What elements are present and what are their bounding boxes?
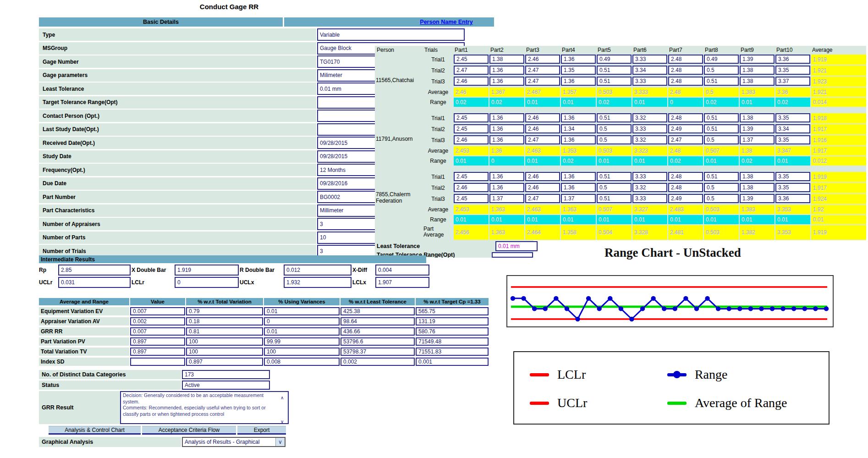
footer-least-tolerance-input[interactable]: 0.01 mm <box>495 241 538 251</box>
trial-measurement-input[interactable]: 1.39 <box>740 124 775 133</box>
trial-measurement-input[interactable]: 3.33 <box>632 55 667 64</box>
scroll-up-icon[interactable]: ∧ <box>280 393 284 401</box>
trial-measurement-input[interactable]: 1.38 <box>740 183 775 192</box>
trial-measurement-input[interactable]: 2.46 <box>525 113 560 122</box>
trial-measurement-input[interactable]: 3.36 <box>775 55 810 64</box>
trial-measurement-input[interactable]: 1.36 <box>489 124 524 133</box>
variance-value-input[interactable]: 0.01 <box>264 327 340 336</box>
variance-value-input[interactable]: 100 <box>186 337 263 346</box>
variance-value-input[interactable]: 0.008 <box>264 358 340 366</box>
trial-measurement-input[interactable]: 2.49 <box>668 124 703 133</box>
scroll-down-icon[interactable]: ∨ <box>280 417 284 425</box>
action-button[interactable]: Acceptance Criteria Flow <box>142 426 236 435</box>
trial-measurement-input[interactable]: 0.51 <box>704 113 739 122</box>
trial-measurement-input[interactable]: 1.36 <box>561 172 596 181</box>
trial-measurement-input[interactable]: 0.51 <box>704 172 739 181</box>
trial-measurement-input[interactable]: 1.39 <box>740 194 775 203</box>
trial-measurement-input[interactable]: 2.46 <box>525 55 560 64</box>
variance-value-input[interactable]: 100 <box>264 348 340 356</box>
variance-value-input[interactable] <box>130 358 185 366</box>
variance-value-input[interactable]: 436.66 <box>341 327 415 336</box>
trial-measurement-input[interactable]: 1.37 <box>561 194 596 203</box>
action-button[interactable]: Analysis & Control Chart <box>49 426 141 435</box>
trial-measurement-input[interactable]: 2.47 <box>525 66 560 75</box>
trial-measurement-input[interactable]: 0.5 <box>597 135 632 144</box>
person-name-entry-link[interactable]: Person Name Entry <box>420 19 472 25</box>
trial-measurement-input[interactable]: 2.45 <box>454 55 489 64</box>
trial-measurement-input[interactable]: 0.5 <box>704 183 739 192</box>
intermediate-input[interactable]: 0.012 <box>284 265 352 276</box>
variance-value-input[interactable]: 0.01 <box>264 307 340 315</box>
trial-measurement-input[interactable]: 1.36 <box>489 66 524 75</box>
trial-measurement-input[interactable]: 3.32 <box>632 183 667 192</box>
variance-value-input[interactable]: 131.19 <box>416 317 489 326</box>
variance-value-input[interactable]: 100 <box>186 348 263 356</box>
distinct-categories-input[interactable]: 173 <box>182 370 270 379</box>
variance-value-input[interactable]: 0.002 <box>341 358 415 366</box>
trial-measurement-input[interactable]: 1.34 <box>561 124 596 133</box>
trial-measurement-input[interactable]: 2.49 <box>668 194 703 203</box>
variance-value-input[interactable]: 0.81 <box>186 327 263 336</box>
trial-measurement-input[interactable]: 1.36 <box>489 77 524 86</box>
trial-measurement-input[interactable]: 3.37 <box>775 77 810 86</box>
trial-measurement-input[interactable]: 1.36 <box>561 135 596 144</box>
variance-value-input[interactable]: 0.897 <box>130 337 185 346</box>
trial-measurement-input[interactable]: 0.5 <box>597 124 632 133</box>
variance-value-input[interactable]: 565.75 <box>416 307 489 315</box>
trial-measurement-input[interactable]: 1.39 <box>740 55 775 64</box>
intermediate-input[interactable]: 1.919 <box>175 265 239 276</box>
trial-measurement-input[interactable]: 1.36 <box>561 183 596 192</box>
action-button[interactable]: Export <box>237 426 286 435</box>
trial-measurement-input[interactable]: 2.48 <box>668 172 703 181</box>
intermediate-input[interactable]: 0 <box>175 277 239 288</box>
trial-measurement-input[interactable]: 3.33 <box>632 77 667 86</box>
trial-measurement-input[interactable]: 1.35 <box>561 66 596 75</box>
trial-measurement-input[interactable]: 3.33 <box>632 124 667 133</box>
trial-measurement-input[interactable]: 1.36 <box>561 55 596 64</box>
trial-measurement-input[interactable]: 1.37 <box>740 135 775 144</box>
trial-measurement-input[interactable]: 3.35 <box>775 135 810 144</box>
trial-measurement-input[interactable]: 0.5 <box>704 135 739 144</box>
variance-value-input[interactable]: 425.38 <box>341 307 415 315</box>
trial-measurement-input[interactable]: 2.45 <box>454 113 489 122</box>
trial-measurement-input[interactable]: 2.47 <box>668 135 703 144</box>
trial-measurement-input[interactable]: 2.48 <box>668 113 703 122</box>
variance-value-input[interactable]: 580.76 <box>416 327 489 336</box>
trial-measurement-input[interactable]: 1.38 <box>489 55 524 64</box>
grr-result-textarea[interactable]: Decision: Generally considered to be an … <box>120 391 289 424</box>
variance-value-input[interactable]: 99.99 <box>264 337 340 346</box>
trial-measurement-input[interactable]: 1.38 <box>740 172 775 181</box>
trial-measurement-input[interactable]: 1.36 <box>489 172 524 181</box>
trial-measurement-input[interactable]: 3.35 <box>775 66 810 75</box>
trial-measurement-input[interactable]: 1.37 <box>489 194 524 203</box>
trial-measurement-input[interactable]: 2.46 <box>454 183 489 192</box>
variance-value-input[interactable]: 0.18 <box>186 317 263 326</box>
trial-measurement-input[interactable]: 2.47 <box>525 77 560 86</box>
variance-value-input[interactable]: 71549.48 <box>416 337 489 346</box>
variance-value-input[interactable]: 0.007 <box>130 307 185 315</box>
intermediate-input[interactable]: 1.907 <box>375 277 429 288</box>
trial-measurement-input[interactable]: 2.45 <box>454 172 489 181</box>
variance-value-input[interactable]: 53798.37 <box>341 348 415 356</box>
intermediate-input[interactable]: 1.932 <box>284 277 352 288</box>
trial-measurement-input[interactable]: 3.34 <box>632 66 667 75</box>
trial-measurement-input[interactable]: 1.38 <box>740 66 775 75</box>
variance-value-input[interactable]: 53796.6 <box>341 337 415 346</box>
variance-value-input[interactable]: 71551.83 <box>416 348 489 356</box>
trial-measurement-input[interactable]: 3.33 <box>632 172 667 181</box>
variance-value-input[interactable]: 0.79 <box>186 307 263 315</box>
status-input[interactable]: Active <box>182 381 270 390</box>
trial-measurement-input[interactable]: 2.46 <box>525 172 560 181</box>
trial-measurement-input[interactable]: 1.36 <box>561 113 596 122</box>
trial-measurement-input[interactable]: 0.49 <box>704 55 739 64</box>
intermediate-input[interactable]: 2.85 <box>58 265 131 276</box>
trial-measurement-input[interactable]: 3.36 <box>775 194 810 203</box>
variance-value-input[interactable]: 0.007 <box>130 327 185 336</box>
trial-measurement-input[interactable]: 2.47 <box>525 194 560 203</box>
trial-measurement-input[interactable]: 2.45 <box>454 194 489 203</box>
trial-measurement-input[interactable]: 2.48 <box>668 66 703 75</box>
trial-measurement-input[interactable]: 2.47 <box>454 66 489 75</box>
variance-value-input[interactable]: 98.64 <box>341 317 415 326</box>
trial-measurement-input[interactable]: 1.38 <box>740 113 775 122</box>
trial-measurement-input[interactable]: 2.46 <box>454 77 489 86</box>
